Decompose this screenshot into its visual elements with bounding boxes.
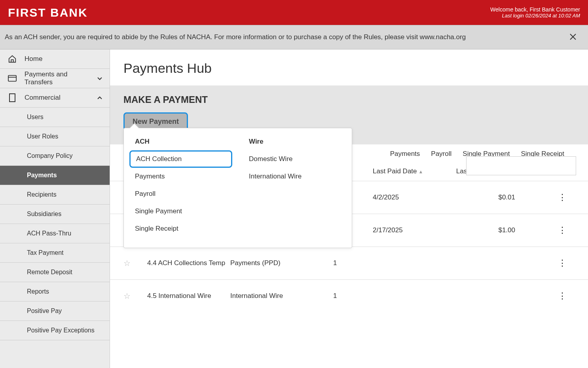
dropdown-item-payroll[interactable]: Payroll xyxy=(124,185,238,203)
filter-payments[interactable]: Payments xyxy=(390,150,420,158)
sidebar-item-remote-deposit[interactable]: Remote Deposit xyxy=(0,263,110,282)
row-amount: $1.00 xyxy=(444,226,531,234)
filter-payroll[interactable]: Payroll xyxy=(431,150,451,158)
sort-icon: ▲ xyxy=(419,169,423,175)
sidebar-item-tax-payment[interactable]: Tax Payment xyxy=(0,243,110,263)
sidebar-item-payments-transfers[interactable]: Payments and Transfers xyxy=(0,69,110,88)
search-input[interactable] xyxy=(466,156,576,175)
col-last-paid-date[interactable]: Last Paid Date▲ xyxy=(373,167,444,175)
dropdown-head-ach: ACH xyxy=(124,135,238,150)
close-icon[interactable] xyxy=(566,30,580,45)
kebab-icon[interactable]: ⋮ xyxy=(558,225,567,235)
row-type: International Wire xyxy=(230,292,333,300)
last-login-text: Last login 02/26/2024 at 10:02 AM xyxy=(490,13,580,19)
sidebar-label: Payments and Transfers xyxy=(25,70,97,86)
header-bar: FIRST BANK Welcome back, First Bank Cust… xyxy=(0,0,588,25)
content-area: Payments Hub MAKE A PAYMENT New Payment … xyxy=(110,49,588,368)
building-icon xyxy=(7,93,17,103)
sidebar-item-subsidiaries[interactable]: Subsidiaries xyxy=(0,205,110,224)
sidebar-item-recipients[interactable]: Recipients xyxy=(0,185,110,205)
dropdown-item-payments[interactable]: Payments xyxy=(124,168,238,185)
dropdown-head-wire: Wire xyxy=(238,135,352,150)
sidebar-item-company-policy[interactable]: Company Policy xyxy=(0,146,110,166)
row-type: Payments (PPD) xyxy=(230,259,333,267)
sidebar-label: Commercial xyxy=(25,94,61,102)
sidebar-item-reports[interactable]: Reports xyxy=(0,282,110,302)
table-row: ☆ 4.5 International Wire International W… xyxy=(110,280,588,312)
row-amount: $0.01 xyxy=(444,193,531,201)
star-icon[interactable]: ☆ xyxy=(123,292,131,300)
dropdown-item-single-payment[interactable]: Single Payment xyxy=(124,203,238,220)
notice-bar: As an ACH sender, you are required to ab… xyxy=(0,25,588,49)
kebab-icon[interactable]: ⋮ xyxy=(558,192,567,202)
page-title: Payments Hub xyxy=(110,49,588,85)
sidebar-label: Home xyxy=(25,55,42,63)
sidebar-item-commercial[interactable]: Commercial xyxy=(0,88,110,108)
sidebar-item-user-roles[interactable]: User Roles xyxy=(0,127,110,146)
row-date: 2/17/2025 xyxy=(373,226,444,234)
welcome-text: Welcome back, First Bank Customer xyxy=(490,6,580,13)
logo: FIRST BANK xyxy=(8,6,88,19)
row-recipients: 1 xyxy=(333,292,373,300)
dropdown-ach-column: ACH ACH Collection Payments Payroll Sing… xyxy=(124,135,238,237)
sidebar-item-positive-pay[interactable]: Positive Pay xyxy=(0,302,110,321)
row-recipients: 1 xyxy=(333,259,373,267)
chevron-up-icon xyxy=(97,96,102,100)
dropdown-item-single-receipt[interactable]: Single Receipt xyxy=(124,220,238,237)
svg-rect-2 xyxy=(9,94,15,102)
sidebar-item-users[interactable]: Users xyxy=(0,108,110,127)
new-payment-dropdown: ACH ACH Collection Payments Payroll Sing… xyxy=(123,128,352,248)
star-icon[interactable]: ☆ xyxy=(123,259,131,267)
dropdown-item-international-wire[interactable]: International Wire xyxy=(238,168,352,185)
dropdown-item-ach-collection[interactable]: ACH Collection xyxy=(129,150,232,168)
make-payment-heading: MAKE A PAYMENT xyxy=(123,94,575,105)
row-name: 4.4 ACH Collections Temp xyxy=(147,259,230,267)
dropdown-wire-column: Wire Domestic Wire International Wire xyxy=(238,135,352,237)
notice-text: As an ACH sender, you are required to ab… xyxy=(5,33,466,41)
sidebar-item-ach-passthru[interactable]: ACH Pass-Thru xyxy=(0,224,110,243)
sidebar-item-positive-pay-exceptions[interactable]: Positive Pay Exceptions xyxy=(0,321,110,340)
svg-rect-0 xyxy=(8,76,16,82)
welcome-block: Welcome back, First Bank Customer Last l… xyxy=(490,6,580,19)
kebab-icon[interactable]: ⋮ xyxy=(558,291,567,301)
card-icon xyxy=(7,73,17,83)
home-icon xyxy=(7,54,17,64)
sidebar: Home Payments and Transfers Commercial U… xyxy=(0,49,110,368)
kebab-icon[interactable]: ⋮ xyxy=(558,258,567,268)
row-date: 4/2/2025 xyxy=(373,193,444,201)
dropdown-item-domestic-wire[interactable]: Domestic Wire xyxy=(238,150,352,168)
row-name: 4.5 International Wire xyxy=(147,292,230,300)
table-row: ☆ 4.4 ACH Collections Temp Payments (PPD… xyxy=(110,247,588,280)
sidebar-item-payments[interactable]: Payments xyxy=(0,166,110,185)
chevron-down-icon xyxy=(97,76,102,80)
sidebar-item-home[interactable]: Home xyxy=(0,49,110,69)
